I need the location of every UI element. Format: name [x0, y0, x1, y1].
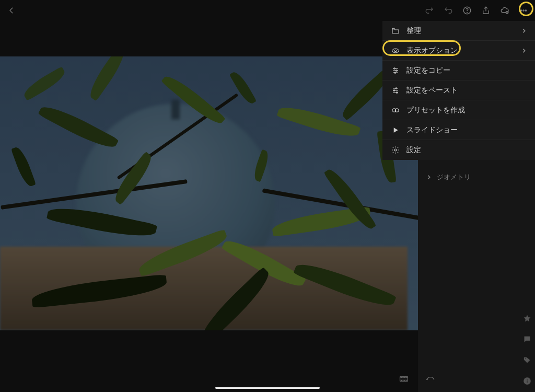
svg-point-26: [525, 358, 526, 359]
menu-item-label: スライドショー: [406, 125, 527, 135]
home-indicator: [215, 387, 320, 389]
edit-sidebar: ジオメトリ: [418, 160, 535, 392]
back-icon[interactable]: [6, 5, 17, 16]
cloud-sync-icon[interactable]: [499, 5, 510, 16]
preset-icon: [391, 106, 400, 115]
share-icon[interactable]: [481, 5, 491, 16]
more-options-menu: 整理 表示オプション 設定をコピー 設定をペースト プリセットを作成 スライドシ…: [382, 21, 535, 160]
more-options-icon[interactable]: [518, 5, 529, 16]
menu-item-label: プリセットを作成: [406, 106, 527, 115]
menu-item-copy-settings[interactable]: 設定をコピー: [382, 61, 535, 80]
menu-item-label: 設定をペースト: [406, 86, 527, 95]
sliders-paste-icon: [391, 86, 400, 95]
chevron-right-icon: [521, 27, 527, 35]
info-icon[interactable]: [522, 376, 532, 386]
sliders-copy-icon: [391, 66, 400, 75]
menu-item-settings[interactable]: 設定: [382, 140, 535, 160]
top-toolbar: [0, 0, 535, 21]
menu-item-paste-settings[interactable]: 設定をペースト: [382, 80, 535, 100]
svg-marker-23: [394, 128, 398, 132]
view-options-icon: [391, 46, 400, 55]
svg-point-6: [523, 10, 524, 11]
svg-point-7: [525, 10, 526, 11]
help-icon[interactable]: [462, 5, 472, 16]
svg-point-1: [467, 12, 468, 13]
filmstrip-icon[interactable]: [399, 375, 409, 385]
star-icon[interactable]: [522, 314, 532, 323]
sidebar-section-label: ジオメトリ: [437, 172, 471, 182]
svg-rect-28: [527, 381, 527, 383]
canvas-footer-right: [425, 375, 436, 385]
menu-item-create-preset[interactable]: プリセットを作成: [382, 100, 535, 120]
canvas-footer: [0, 375, 418, 385]
sidebar-section-geometry[interactable]: ジオメトリ: [418, 167, 535, 187]
undo-icon[interactable]: [443, 5, 453, 16]
svg-marker-25: [524, 315, 530, 321]
chevron-right-icon: [426, 175, 432, 180]
app-root: 整理 表示オプション 設定をコピー 設定をペースト プリセットを作成 スライドシ…: [0, 0, 535, 392]
folder-icon: [391, 26, 400, 36]
menu-item-label: 設定をコピー: [406, 66, 527, 75]
chevron-right-icon: [521, 47, 527, 55]
menu-item-label: 設定: [406, 145, 527, 155]
play-icon: [391, 125, 400, 135]
menu-item-organize[interactable]: 整理: [382, 21, 535, 41]
image-canvas[interactable]: [0, 56, 418, 330]
right-rail: [522, 314, 532, 386]
menu-item-label: 表示オプション: [406, 46, 515, 55]
menu-item-slideshow[interactable]: スライドショー: [382, 120, 535, 140]
comment-icon[interactable]: [522, 335, 532, 344]
redo-icon[interactable]: [424, 5, 435, 16]
svg-point-8: [394, 50, 396, 51]
menu-item-label: 整理: [406, 26, 515, 36]
gear-icon: [391, 145, 400, 155]
tag-icon[interactable]: [522, 355, 532, 365]
menu-item-view-options[interactable]: 表示オプション: [382, 41, 535, 61]
svg-point-24: [394, 149, 397, 151]
reset-icon[interactable]: [425, 375, 436, 385]
svg-point-29: [527, 379, 528, 380]
svg-rect-30: [400, 377, 408, 382]
svg-point-5: [520, 10, 521, 11]
